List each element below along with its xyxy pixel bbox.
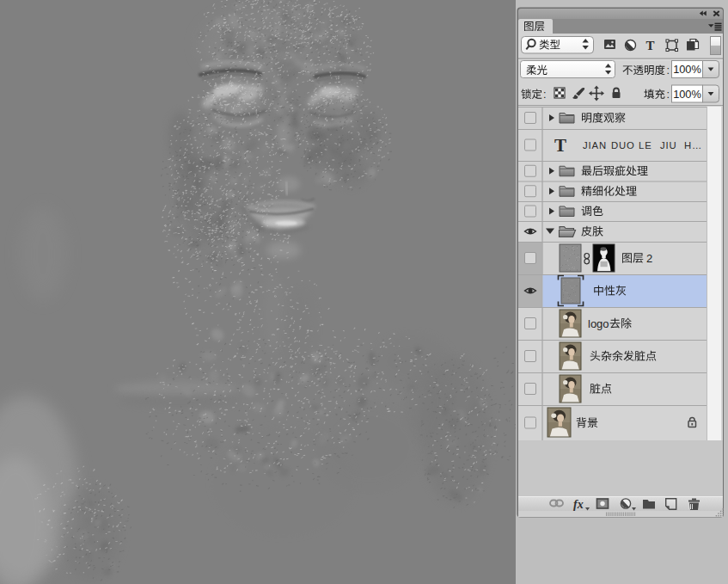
- svg-text::: :: [667, 89, 670, 101]
- svg-text:2: 2: [646, 252, 652, 265]
- svg-text:H…: H…: [684, 140, 702, 151]
- svg-text::: :: [543, 89, 546, 101]
- svg-text::: :: [667, 65, 670, 77]
- svg-text:JIU: JIU: [660, 140, 677, 151]
- svg-text:JIAN: JIAN: [583, 140, 607, 151]
- svg-text:T: T: [554, 135, 566, 156]
- svg-text:LE: LE: [639, 140, 652, 151]
- svg-text:DUO: DUO: [611, 140, 635, 151]
- svg-text:fx: fx: [573, 498, 584, 511]
- svg-text:100%: 100%: [673, 63, 701, 76]
- svg-text:T: T: [645, 39, 654, 52]
- svg-text:100%: 100%: [673, 88, 701, 101]
- svg-text:logo: logo: [588, 317, 609, 330]
